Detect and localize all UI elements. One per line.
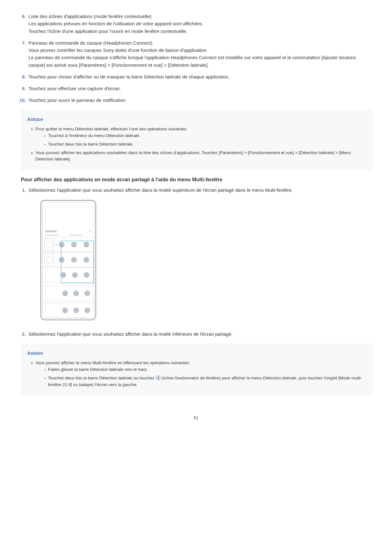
section-heading: Pour afficher des applications en mode é… (21, 176, 373, 184)
step-content: Sélectionnez l'application que vous souh… (28, 186, 373, 327)
bullet-text: Vous pouvez afficher le menu Multi-fenêt… (35, 360, 190, 365)
apps-col (58, 290, 94, 296)
app-icon (84, 290, 90, 296)
line: Les applications prévues en fonction de … (28, 21, 203, 26)
line: Touchez l'icône d'une application pour l… (28, 28, 187, 34)
bullet-item: Vous pouvez afficher les applications so… (32, 150, 367, 163)
step-number: 1. (21, 186, 28, 327)
line: Touchez pour effectuer une capture d'écr… (28, 86, 121, 91)
menu-header (43, 228, 94, 234)
app-icon (71, 257, 77, 263)
sub-item: Faites glisser la barre Détection latéra… (44, 366, 367, 373)
sub-item: Touchez à l'extérieur du menu Détection … (44, 133, 367, 139)
app-icon (73, 308, 79, 313)
app-icon (59, 242, 64, 247)
dashed-circle-icon (46, 256, 53, 263)
app-icon (62, 290, 68, 296)
list-item: 6. Liste des icônes d'applications (mode… (19, 13, 373, 35)
app-icon (72, 272, 78, 278)
app-row (43, 237, 94, 252)
sub-item: Touchez deux fois la barre Détection lat… (44, 375, 367, 388)
line: Vous pouvez contrôler les casques Sony d… (28, 47, 208, 53)
tab-row (43, 234, 94, 237)
app-row (43, 303, 94, 318)
icon-label: (icône Gestionnaire de fenêtre) (162, 376, 221, 380)
slot-col (45, 239, 54, 251)
item-content: Liste des icônes d'applications (mode fe… (28, 13, 373, 35)
line: Touchez pour ouvrir le panneau de notifi… (28, 97, 127, 103)
tip-box: Astuce Vous pouvez afficher le menu Mult… (21, 344, 373, 396)
list-item: 8. Touchez pour choisir d'afficher ou de… (19, 73, 373, 80)
step-item: 1. Sélectionnez l'application que vous s… (21, 186, 373, 327)
dashed-circle-icon (46, 241, 53, 248)
apps-col (58, 308, 94, 313)
tab-placeholder (69, 234, 82, 236)
item-number: 6. (19, 13, 28, 35)
app-row (43, 286, 94, 301)
page-number: 51 (19, 415, 373, 421)
sub-list: Touchez à l'extérieur du menu Détection … (35, 133, 367, 148)
item-content: Touchez pour ouvrir le panneau de notifi… (28, 97, 373, 104)
blurred-text (45, 230, 57, 232)
numbered-list: 6. Liste des icônes d'applications (mode… (19, 13, 373, 104)
bullet-item: Vous pouvez afficher le menu Multi-fenêt… (32, 360, 367, 388)
bullet-text: Pour quitter le menu Détection latérale,… (35, 127, 187, 131)
app-icon (62, 308, 68, 313)
line: Le panneau de commande du casque s'affic… (28, 55, 356, 67)
phone-mockup (40, 200, 96, 320)
item-content: Panneau de commande du casque (Headphone… (28, 39, 373, 69)
app-icon (83, 257, 89, 263)
tip-bullets: Vous pouvez afficher le menu Multi-fenêt… (27, 360, 367, 388)
app-row (43, 267, 94, 283)
app-icon (60, 272, 66, 278)
tab-placeholder (45, 234, 58, 236)
tip-bullets: Pour quitter le menu Détection latérale,… (27, 126, 367, 163)
step-content: Sélectionnez l'application que vous souh… (28, 330, 373, 338)
sub-list: Faites glisser la barre Détection latéra… (35, 366, 367, 388)
list-item: 7. Panneau de commande du casque (Headph… (19, 39, 373, 69)
lower-rows (43, 283, 94, 318)
sub-pre: Touchez deux fois la barre Détection lat… (48, 376, 156, 380)
item-number: 9. (19, 85, 28, 92)
step-text: Sélectionnez l'application que vous souh… (28, 187, 293, 193)
sub-item: Touchez deux fois la barre Détection lat… (44, 141, 367, 148)
window-manager-icon (156, 375, 161, 380)
item-content: Touchez pour effectuer une capture d'écr… (28, 85, 373, 92)
app-icon (84, 272, 89, 278)
tip-title: Astuce (27, 349, 367, 357)
phone-screen (42, 202, 94, 318)
bullet-item: Pour quitter le menu Détection latérale,… (32, 126, 367, 148)
app-icon (83, 242, 89, 247)
item-number: 10. (19, 97, 28, 104)
connector-line (55, 245, 58, 245)
step-number: 2. (21, 330, 28, 338)
item-number: 7. (19, 39, 28, 69)
slot-col (45, 254, 54, 266)
list-item: 10. Touchez pour ouvrir le panneau de no… (19, 97, 373, 104)
tip-box: Astuce Pour quitter le menu Détection la… (21, 110, 373, 171)
line: Liste des icônes d'applications (mode fe… (28, 14, 151, 19)
item-content: Touchez pour choisir d'afficher ou de ma… (28, 73, 373, 80)
apps-col (56, 272, 94, 278)
line: Touchez pour choisir d'afficher ou de ma… (28, 74, 230, 79)
tip-title: Astuce (27, 115, 367, 123)
step-item: 2. Sélectionnez l'application que vous s… (21, 330, 373, 338)
line: Panneau de commande du casque (Headphone… (28, 40, 152, 46)
app-icon (71, 242, 77, 247)
list-item: 9. Touchez pour effectuer une capture d'… (19, 85, 373, 92)
app-icon (59, 257, 64, 263)
app-icon (84, 308, 90, 313)
blank-area (43, 202, 94, 228)
app-row (43, 252, 94, 267)
apps-col (54, 242, 94, 247)
slot-col (43, 268, 56, 282)
steps-list: 1. Sélectionnez l'application que vous s… (21, 186, 373, 338)
gear-icon (89, 230, 91, 232)
item-number: 8. (19, 73, 28, 80)
app-icon (73, 290, 79, 296)
apps-col (54, 257, 94, 263)
